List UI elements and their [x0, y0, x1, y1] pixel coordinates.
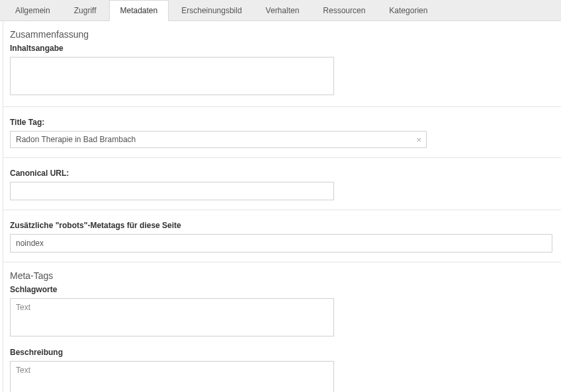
metatags-heading: Meta-Tags	[10, 270, 557, 281]
clear-titletag-icon[interactable]: ×	[416, 136, 421, 144]
robots-label: Zusätzliche "robots"-Metatags für diese …	[10, 221, 557, 230]
content-area: Zusammenfassung Inhaltsangabe Title Tag:…	[3, 21, 561, 392]
canonical-label: Canonical URL:	[10, 169, 557, 178]
tab-access[interactable]: Zugriff	[63, 0, 108, 20]
abstract-label: Inhaltsangabe	[10, 44, 557, 53]
canonical-panel: Canonical URL:	[3, 158, 561, 210]
keywords-label: Schlagworte	[10, 285, 557, 294]
tab-metadata[interactable]: Metadaten	[109, 0, 169, 21]
abstract-textarea[interactable]	[10, 57, 334, 95]
tab-bar: Allgemein Zugriff Metadaten Erscheinungs…	[0, 0, 561, 21]
robots-panel: Zusätzliche "robots"-Metatags für diese …	[3, 210, 561, 262]
summary-heading: Zusammenfassung	[10, 29, 557, 40]
tab-categories[interactable]: Kategorien	[378, 0, 439, 20]
canonical-input[interactable]	[10, 182, 334, 200]
tab-resources[interactable]: Ressourcen	[312, 0, 376, 20]
titletag-input-wrap: ×	[10, 131, 427, 148]
keywords-textarea[interactable]	[10, 298, 334, 336]
description-textarea[interactable]	[10, 361, 334, 392]
tab-behavior[interactable]: Verhalten	[255, 0, 311, 20]
description-label: Beschreibung	[10, 348, 557, 357]
tab-general[interactable]: Allgemein	[4, 0, 62, 20]
titletag-label: Title Tag:	[10, 118, 557, 127]
metatags-panel: Meta-Tags Schlagworte Beschreibung	[3, 262, 561, 392]
summary-panel: Zusammenfassung Inhaltsangabe	[3, 21, 561, 107]
titletag-input[interactable]	[10, 131, 427, 148]
titletag-panel: Title Tag: ×	[3, 107, 561, 158]
robots-select[interactable]: noindex	[10, 234, 552, 253]
metadata-page: Allgemein Zugriff Metadaten Erscheinungs…	[0, 0, 561, 392]
tab-appearance[interactable]: Erscheinungsbild	[170, 0, 253, 20]
